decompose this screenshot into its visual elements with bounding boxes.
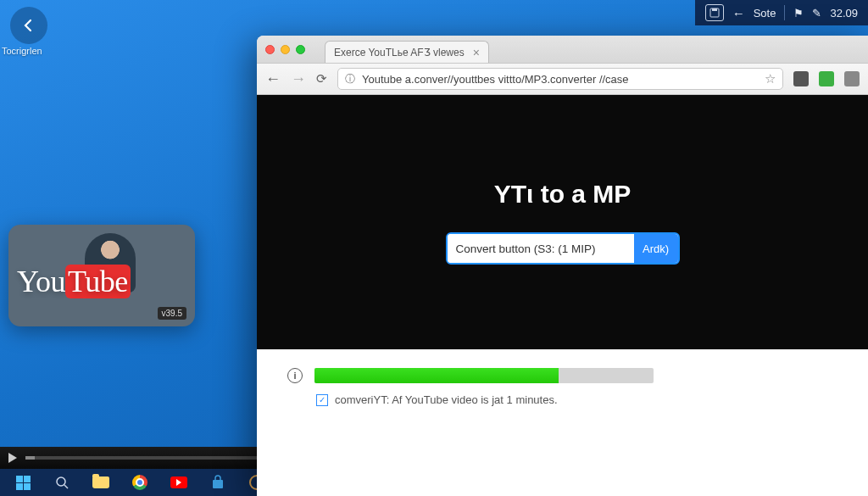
taskbar-explorer[interactable]	[83, 471, 119, 493]
nav-forward-button[interactable]: →	[291, 70, 306, 88]
address-bar[interactable]: ⓘ Youtube a.conver//youttbes vittto/MP3.…	[337, 68, 783, 90]
window-maximize-button[interactable]	[296, 45, 305, 54]
youtube-thumbnail-card[interactable]: YouTube v39.5	[8, 225, 195, 326]
tab-close-button[interactable]: ×	[473, 47, 480, 59]
site-info-icon[interactable]: ⓘ	[345, 72, 355, 86]
taskbar-search-button[interactable]	[44, 471, 80, 493]
desktop-background: Tocrigrlen ← Sote ⚑ ✎ 32.09 YouTube v39.…	[0, 0, 868, 496]
search-icon	[55, 476, 69, 489]
desktop-icon-label: Tocrigrlen	[2, 46, 42, 56]
arrow-left-icon[interactable]: ←	[732, 6, 745, 20]
page-content: YTι to a MP Ardk) i ✓ comveriYT: Af YouT…	[257, 95, 868, 496]
bookmark-star-icon[interactable]: ☆	[765, 71, 776, 86]
media-player-strip	[0, 447, 271, 469]
flag-icon[interactable]: ⚑	[793, 7, 804, 20]
convert-bar: Ardk)	[446, 232, 680, 265]
desktop-back-icon[interactable]	[10, 7, 47, 44]
url-input[interactable]	[448, 234, 634, 263]
taskbar-chrome[interactable]	[122, 471, 158, 493]
page-title: YTι to a MP	[494, 180, 632, 209]
pencil-icon[interactable]: ✎	[812, 7, 821, 20]
extension-2-icon[interactable]	[819, 71, 834, 86]
start-button[interactable]	[5, 471, 41, 493]
tray-clock: 32.09	[830, 7, 858, 20]
bag-icon	[210, 475, 225, 490]
tab-title: Exerce YouTLьe AFƷ vlewes	[334, 47, 465, 59]
youtube-icon	[170, 476, 187, 488]
extension-3-icon[interactable]	[844, 71, 860, 86]
browser-window: Exerce YouTLьe AFƷ vlewes × ← → ⟳ ⓘ Yout…	[257, 36, 868, 496]
play-icon[interactable]	[8, 453, 17, 463]
hero-section: YTι to a MP Ardk)	[257, 95, 868, 349]
result-section: i ✓ comveriYT: Af YouTube video is jat 1…	[257, 349, 868, 496]
tray-divider	[784, 5, 785, 20]
version-badge: v39.5	[158, 307, 186, 320]
url-text: Youtube a.conver//youttbes vittto/MP3.co…	[362, 73, 629, 86]
convert-button[interactable]: Ardk)	[634, 234, 678, 263]
progress-row: i	[287, 368, 837, 383]
system-tray: ← Sote ⚑ ✎ 32.09	[695, 0, 868, 25]
info-icon: i	[287, 368, 303, 383]
taskbar-store[interactable]	[200, 471, 236, 493]
window-minimize-button[interactable]	[281, 45, 290, 54]
browser-toolbar: ← → ⟳ ⓘ Youtube a.conver//youttbes vittt…	[257, 63, 868, 95]
reload-button[interactable]: ⟳	[316, 71, 327, 86]
progress-fill	[314, 368, 559, 383]
window-close-button[interactable]	[265, 45, 275, 54]
tray-save-icon[interactable]	[705, 4, 724, 21]
svg-rect-4	[213, 480, 223, 488]
folder-icon	[92, 476, 109, 488]
extension-1-icon[interactable]	[793, 71, 809, 86]
taskbar-youtube[interactable]	[161, 471, 197, 493]
check-icon: ✓	[316, 394, 328, 406]
nav-back-button[interactable]: ←	[265, 70, 281, 88]
svg-rect-1	[712, 8, 717, 11]
tray-sote-label: Sote	[754, 7, 776, 20]
media-progress[interactable]	[25, 456, 263, 460]
windows-logo-icon	[16, 476, 31, 490]
status-text: comveriYT: Af YouTube video is jat 1 min…	[335, 393, 558, 406]
browser-tab[interactable]: Exerce YouTLьe AFƷ vlewes ×	[325, 41, 489, 63]
youtube-logo: YouTube	[17, 264, 131, 299]
progress-bar	[314, 368, 654, 383]
browser-titlebar: Exerce YouTLьe AFƷ vlewes ×	[257, 36, 868, 63]
svg-line-3	[64, 485, 68, 488]
svg-point-2	[57, 477, 65, 486]
chrome-icon	[132, 475, 147, 490]
status-line: ✓ comveriYT: Af YouTube video is jat 1 m…	[316, 393, 837, 406]
arrow-left-icon	[20, 17, 37, 34]
